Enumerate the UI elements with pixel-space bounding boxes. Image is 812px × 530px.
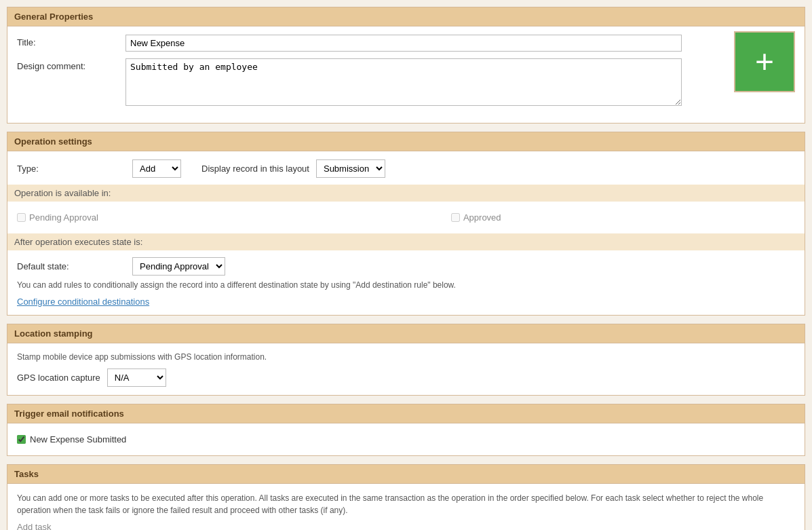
available-in-header: Operation is available in: bbox=[7, 185, 805, 202]
gps-label: GPS location capture bbox=[17, 373, 100, 383]
operation-settings-section: Operation settings Type: Add Edit Delete… bbox=[7, 132, 805, 316]
type-label: Type: bbox=[17, 164, 125, 174]
tasks-description: You can add one or more tasks to be exec… bbox=[17, 492, 795, 516]
location-stamping-section: Location stamping Stamp mobile device ap… bbox=[7, 324, 805, 396]
default-state-label: Default state: bbox=[17, 261, 125, 271]
operation-settings-header: Operation settings bbox=[7, 132, 805, 151]
gps-select[interactable]: N/A Optional Required bbox=[107, 368, 166, 387]
notification-label: New Expense Submitted bbox=[30, 434, 126, 444]
display-record-select[interactable]: Submission bbox=[316, 159, 385, 178]
design-comment-label: Design comment: bbox=[17, 58, 125, 71]
plus-icon: + bbox=[755, 45, 774, 78]
location-stamping-header: Location stamping bbox=[7, 324, 805, 343]
type-select[interactable]: Add Edit Delete bbox=[132, 159, 181, 178]
notification-checkbox[interactable] bbox=[17, 435, 26, 444]
tasks-section: Tasks You can add one or more tasks to b… bbox=[7, 464, 805, 530]
configure-conditional-link[interactable]: Configure conditional destinations bbox=[17, 297, 149, 307]
pending-approval-checkbox-item: Pending Approval bbox=[17, 212, 98, 223]
display-record-label: Display record in this layout bbox=[201, 164, 309, 174]
notification-row: New Expense Submitted bbox=[17, 432, 795, 447]
location-description: Stamp mobile device app submissions with… bbox=[17, 352, 795, 363]
approved-checkbox-item: Approved bbox=[451, 212, 501, 223]
default-state-select[interactable]: Pending Approval Approved Rejected bbox=[132, 257, 225, 276]
design-comment-textarea[interactable]: Submitted by an employee bbox=[125, 58, 682, 106]
general-properties-section: General Properties Title: Design comment… bbox=[7, 7, 805, 124]
pending-approval-label: Pending Approval bbox=[29, 212, 98, 223]
approved-checkbox[interactable] bbox=[451, 213, 460, 222]
hint-text: You can add rules to conditionally assig… bbox=[17, 280, 795, 291]
trigger-email-section: Trigger email notifications New Expense … bbox=[7, 404, 805, 456]
tasks-header: Tasks bbox=[7, 465, 805, 484]
title-input[interactable] bbox=[125, 35, 682, 52]
after-state-header: After operation executes state is: bbox=[7, 233, 805, 250]
approved-label: Approved bbox=[463, 212, 501, 223]
title-label: Title: bbox=[17, 35, 125, 48]
trigger-email-header: Trigger email notifications bbox=[7, 404, 805, 423]
add-task-link[interactable]: Add task bbox=[17, 522, 52, 530]
pending-approval-checkbox[interactable] bbox=[17, 213, 26, 222]
general-properties-header: General Properties bbox=[7, 7, 805, 26]
add-button[interactable]: + bbox=[734, 31, 795, 92]
